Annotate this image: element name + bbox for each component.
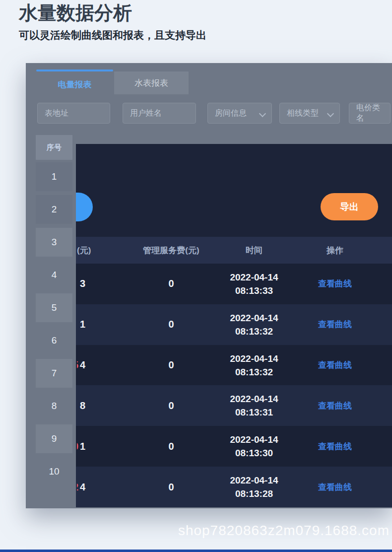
fee-value: 3 <box>80 278 85 289</box>
page-subtitle: 可以灵活绘制曲线图和报表，且支持导出 <box>19 28 206 43</box>
seq-row: 6 <box>36 326 72 355</box>
user-name-placeholder: 用户姓名 <box>130 108 162 119</box>
table-row: 3 0 2022-04-1408:13:33 查看曲线 <box>76 264 392 304</box>
room-info-select[interactable]: 房间信息 <box>207 103 272 124</box>
view-curve-link[interactable]: 查看曲线 <box>318 279 352 288</box>
view-curve-link[interactable]: 查看曲线 <box>318 320 352 329</box>
view-curve-link[interactable]: 查看曲线 <box>318 483 352 492</box>
seq-row: 8 <box>36 392 72 420</box>
row-time: 08:13:32 <box>222 365 286 379</box>
tab-water-report[interactable]: 水表报表 <box>114 71 189 94</box>
seq-row: 7 <box>36 359 72 388</box>
row-time: 08:13:32 <box>222 325 286 338</box>
mgmt-fee-value: 0 <box>121 400 222 412</box>
mgmt-fee-value: 0 <box>121 319 222 330</box>
view-curve-link[interactable]: 查看曲线 <box>318 442 352 451</box>
row-time: 08:13:31 <box>222 406 286 419</box>
room-info-placeholder: 房间信息 <box>215 108 247 119</box>
seq-row: 4 <box>36 261 72 289</box>
row-date: 2022-04-14 <box>222 352 286 365</box>
tab-electricity-report[interactable]: 电量报表 <box>36 73 113 96</box>
report-panel: 电量报表 水表报表 表地址 用户姓名 房间信息 相线类型 电价类名 序号 1 2… <box>26 63 392 508</box>
row-date: 2022-04-14 <box>222 311 286 325</box>
bottom-accent-bar <box>0 550 392 552</box>
active-tab-indicator <box>36 69 113 71</box>
view-curve-link[interactable]: 查看曲线 <box>318 360 352 370</box>
price-class-placeholder: 电价类名 <box>356 103 384 124</box>
user-name-input[interactable]: 用户姓名 <box>123 103 196 124</box>
seq-row: 9 <box>36 424 72 453</box>
row-time: 08:13:33 <box>222 284 286 297</box>
row-time: 08:13:30 <box>222 446 286 460</box>
export-button[interactable]: 导出 <box>321 193 378 220</box>
page: 水量数据分析 可以灵活绘制曲线图和报表，且支持导出 电量报表 水表报表 表地址 … <box>0 0 392 552</box>
mgmt-fee-value: 0 <box>121 278 222 289</box>
seq-column: 1 2 3 4 5 6 7 8 9 10 <box>36 162 72 490</box>
fee-value: 1 <box>80 319 85 330</box>
row-date: 2022-04-14 <box>222 474 286 487</box>
phase-type-select[interactable]: 相线类型 <box>279 103 340 124</box>
seq-row: 5 <box>36 293 72 322</box>
table-row: 01 0 2022-04-1408:13:30 查看曲线 <box>76 426 392 467</box>
row-date: 2022-04-14 <box>222 433 286 446</box>
row-time: 08:13:28 <box>222 487 286 500</box>
watermark: shop7820863z2m079.1688.com <box>178 523 390 539</box>
seq-column-header: 序号 <box>36 135 72 160</box>
row-date: 2022-04-14 <box>222 271 286 284</box>
seq-row: 2 <box>36 195 72 224</box>
fee-value: 4 <box>80 482 85 492</box>
table-row: 24 0 2022-04-1408:13:28 查看曲线 <box>76 467 392 507</box>
col-header-fee: (元) <box>76 245 121 256</box>
row-date: 2022-04-14 <box>222 392 286 406</box>
meter-address-placeholder: 表地址 <box>45 108 68 119</box>
table-row: 8 0 2022-04-1408:13:31 查看曲线 <box>76 385 392 426</box>
seq-row: 10 <box>36 457 72 486</box>
meter-address-input[interactable]: 表地址 <box>37 103 110 124</box>
table-row: 54 0 2022-04-1408:13:32 查看曲线 <box>76 345 392 386</box>
fee-value: 4 <box>80 359 85 370</box>
chevron-down-icon <box>260 111 265 116</box>
mgmt-fee-value: 0 <box>121 482 222 493</box>
data-table-panel: 导出 (元) 管理服务费(元) 时间 操作 3 0 2022-04-1408:1… <box>76 144 392 507</box>
table-row: 1 0 2022-04-1408:13:32 查看曲线 <box>76 304 392 345</box>
fee-value: 8 <box>80 400 85 411</box>
phase-type-placeholder: 相线类型 <box>287 108 319 119</box>
price-class-input[interactable]: 电价类名 <box>349 103 391 124</box>
col-header-time: 时间 <box>222 245 286 256</box>
page-title: 水量数据分析 <box>19 0 132 26</box>
fee-value: 1 <box>80 441 85 452</box>
query-button[interactable] <box>76 193 93 221</box>
col-header-mgmt-fee: 管理服务费(元) <box>121 245 222 256</box>
mgmt-fee-value: 0 <box>121 441 222 452</box>
report-table: (元) 管理服务费(元) 时间 操作 3 0 2022-04-1408:13:3… <box>76 237 392 507</box>
chevron-down-icon <box>328 111 333 116</box>
seq-row: 3 <box>36 228 72 257</box>
col-header-action: 操作 <box>286 245 384 256</box>
mgmt-fee-value: 0 <box>121 359 222 371</box>
view-curve-link[interactable]: 查看曲线 <box>318 401 352 411</box>
table-header-row: (元) 管理服务费(元) 时间 操作 <box>76 237 392 264</box>
seq-row: 1 <box>36 162 72 191</box>
